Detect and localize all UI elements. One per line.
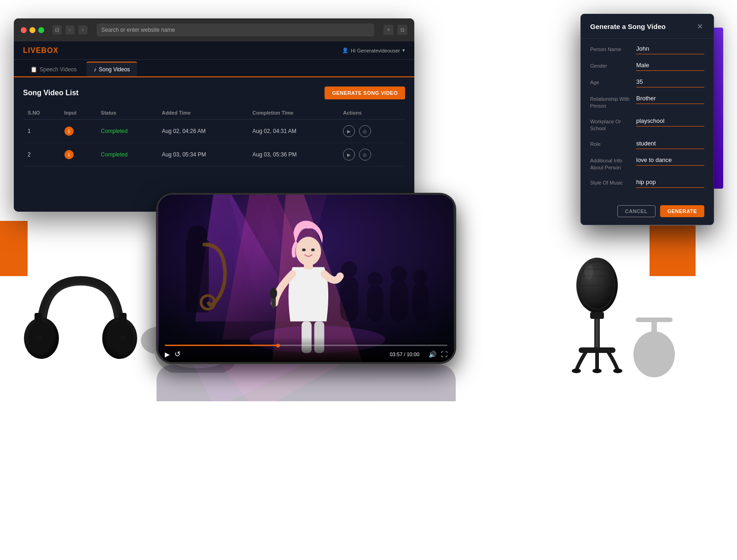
action-btn-circle-2[interactable]: ◎ [359, 149, 371, 161]
phone-side-button [454, 231, 456, 254]
logo-highlight: O [47, 46, 53, 54]
cancel-button[interactable]: CANCEL [617, 205, 656, 217]
label-role: Role [590, 139, 632, 148]
app-header: LIVEBOX 👤 Hi Generatevideouser ▾ [14, 41, 414, 60]
traffic-light-green[interactable] [38, 27, 44, 33]
label-workplace: Workplace Or School [590, 116, 632, 133]
svg-rect-12 [390, 281, 408, 322]
col-sno: S.NO [23, 106, 60, 120]
back-icon[interactable]: ‹ [65, 25, 75, 35]
input-age[interactable] [636, 77, 704, 87]
value-workplace [636, 116, 704, 127]
microphone [569, 248, 682, 379]
row1-added-time: Aug 02, 04:26 AM [157, 120, 248, 143]
action-btn-circle-1[interactable]: ◎ [359, 125, 371, 137]
svg-point-48 [572, 369, 581, 373]
forward-icon[interactable]: › [78, 25, 87, 35]
value-relationship [636, 94, 704, 104]
browser-controls: ⊟ ‹ › [52, 25, 87, 35]
dialog-footer: CANCEL GENERATE [581, 200, 714, 225]
svg-point-19 [270, 288, 277, 299]
label-style-of-music: Style Of Music [590, 178, 632, 186]
svg-rect-46 [594, 319, 600, 349]
phone-screen: ▶ ↺ 03:57 / 10:00 🔊 ⛶ [158, 195, 454, 362]
tab-song-label: Song Videos [99, 66, 130, 73]
action-btn-play-1[interactable]: ▶ [343, 125, 355, 137]
traffic-light-yellow[interactable] [29, 27, 35, 33]
dialog-title: Generate a Song Video [590, 23, 666, 30]
input-person-name[interactable] [636, 44, 704, 54]
input-role[interactable] [636, 139, 704, 149]
reflection-svg [157, 364, 456, 401]
info-icon-2[interactable]: i [64, 150, 74, 159]
traffic-light-red[interactable] [21, 27, 27, 33]
svg-rect-10 [367, 285, 383, 322]
address-bar[interactable]: Search or enter website name [97, 23, 374, 36]
value-additional-info [636, 156, 704, 166]
phone-device: ▶ ↺ 03:57 / 10:00 🔊 ⛶ [157, 193, 456, 364]
play-pause-button[interactable]: ▶ [165, 351, 170, 358]
app-tabs: 📋 Speech Videos ♪ Song Videos [14, 60, 414, 77]
input-gender[interactable] [636, 61, 704, 71]
svg-rect-45 [590, 312, 604, 319]
field-person-name: Person Name [590, 44, 704, 54]
time-total: 10:00 [406, 352, 419, 357]
input-additional-info[interactable] [636, 156, 704, 166]
sidebar-toggle-icon[interactable]: ⊟ [52, 25, 62, 35]
replay-button[interactable]: ↺ [174, 350, 180, 358]
tab-speech-videos[interactable]: 📋 Speech Videos [23, 63, 84, 76]
value-gender [636, 61, 704, 71]
tabs-icon[interactable]: ⧉ [397, 25, 407, 35]
field-workplace: Workplace Or School [590, 116, 704, 133]
action-btn-play-2[interactable]: ▶ [343, 149, 355, 161]
value-role [636, 139, 704, 149]
input-relationship[interactable] [636, 94, 704, 104]
app-content: Song Video List GENERATE SONG VIDEO S.NO… [14, 77, 414, 212]
time-current: 03:57 [390, 352, 403, 357]
row2-sno: 2 [23, 143, 60, 167]
close-icon[interactable]: ✕ [695, 22, 704, 31]
svg-point-15 [413, 270, 427, 284]
field-gender: Gender [590, 61, 704, 71]
field-relationship: Relationship With Person [590, 94, 704, 110]
logo-text: LIVEB [23, 46, 47, 54]
generate-song-video-button[interactable]: GENERATE SONG VIDEO [325, 87, 405, 99]
dialog-header: Generate a Song Video ✕ [581, 14, 714, 39]
user-info: 👤 Hi Generatevideouser ▾ [342, 47, 405, 53]
tab-speech-label: Speech Videos [40, 66, 77, 73]
generate-button[interactable]: GENERATE [660, 205, 704, 217]
row2-input: i [60, 143, 97, 167]
info-icon-1[interactable]: i [64, 127, 74, 136]
field-additional-info: Additional Info About Person [590, 156, 704, 172]
row2-added-time: Aug 03, 05:34 PM [157, 143, 248, 167]
headphones-svg [23, 267, 138, 373]
svg-point-21 [296, 237, 321, 266]
svg-point-44 [584, 263, 593, 280]
fullscreen-button[interactable]: ⛶ [441, 351, 447, 358]
phone-container: ▶ ↺ 03:57 / 10:00 🔊 ⛶ [157, 193, 456, 401]
value-person-name [636, 44, 704, 54]
user-icon: 👤 [342, 47, 348, 53]
col-completion-time: Completion Time [248, 106, 338, 120]
controls-row: ▶ ↺ 03:57 / 10:00 🔊 ⛶ [165, 350, 447, 358]
row1-sno: 1 [23, 120, 60, 143]
value-age [636, 77, 704, 87]
svg-rect-5 [186, 240, 209, 312]
label-relationship: Relationship With Person [590, 94, 632, 110]
row1-completion-time: Aug 02, 04:31 AM [248, 120, 338, 143]
input-workplace[interactable] [636, 116, 704, 127]
label-person-name: Person Name [590, 44, 632, 53]
status-completed-2: Completed [101, 151, 128, 158]
input-style-of-music[interactable] [636, 178, 704, 188]
dropdown-arrow-icon[interactable]: ▾ [402, 47, 405, 53]
col-actions: Actions [338, 106, 405, 120]
video-progress-bar[interactable] [165, 345, 447, 346]
svg-point-49 [592, 369, 602, 373]
song-icon: ♪ [94, 66, 97, 73]
value-style-of-music [636, 178, 704, 188]
tab-song-videos[interactable]: ♪ Song Videos [87, 62, 138, 76]
volume-button[interactable]: 🔊 [429, 351, 436, 358]
new-tab-icon[interactable]: + [383, 25, 394, 35]
row1-input: i [60, 120, 97, 143]
table-row: 1 i Completed Aug 02, 04:26 AM Aug 02, 0… [23, 120, 405, 143]
